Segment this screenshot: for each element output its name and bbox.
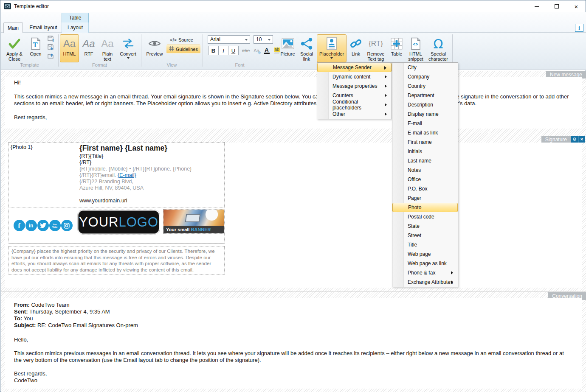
signature-table[interactable]: {Photo 1} {First name} {Last name} {RT}{…: [8, 142, 225, 244]
open-document-icon: T: [30, 36, 41, 51]
submenu-item-pager[interactable]: Pager: [392, 193, 458, 203]
submenu-item-title[interactable]: Title: [392, 240, 458, 249]
linkedin-icon[interactable]: in: [25, 220, 37, 231]
tab-main[interactable]: Main: [3, 22, 23, 33]
submenu-item-email[interactable]: E-mail: [392, 119, 458, 128]
submenu-item-phone-fax[interactable]: Phone & fax: [392, 268, 458, 277]
html-snippet-button[interactable]: <> HTML snippet: [406, 34, 426, 62]
submenu-arrow-icon: [385, 94, 389, 97]
code-icon: </>: [170, 37, 177, 42]
menu-item-conditional-placeholders[interactable]: Conditional placeholders: [317, 100, 392, 109]
submenu-item-office[interactable]: Office: [392, 175, 458, 184]
submenu-item-postal-code[interactable]: Postal code: [392, 212, 458, 221]
subject-line: Subject: RE: CodeTwo Email Signatures On…: [14, 322, 573, 329]
remove-text-tag-button[interactable]: {RT} Remove Text tag: [364, 34, 387, 62]
social-link-button[interactable]: Social link: [298, 34, 316, 62]
preview-button[interactable]: Preview: [144, 34, 166, 62]
placeholder-button[interactable]: Placeholder: [317, 34, 347, 62]
submenu-item-company[interactable]: Company: [392, 72, 458, 81]
greeting-text: Hello,: [14, 336, 573, 343]
signature-settings-button[interactable]: ⚙: [571, 136, 578, 143]
format-plain-text-button[interactable]: Aa Plain text: [98, 34, 117, 62]
youtube-icon[interactable]: YouTube: [49, 220, 61, 231]
group-label-view: View: [141, 62, 203, 68]
strikethrough-button[interactable]: abe: [240, 46, 251, 55]
menu-item-other[interactable]: Other: [317, 109, 392, 119]
new-message-section: New message Hi! This section mimics a ne…: [1, 71, 586, 133]
submenu-item-first-name[interactable]: First name: [392, 137, 458, 147]
menu-item-message-properties[interactable]: Message properties: [317, 81, 392, 91]
format-rtf-button[interactable]: Aa RTF: [81, 34, 97, 62]
conversation-editor[interactable]: From: CodeTwo Team Sent: Thursday, Septe…: [5, 298, 582, 389]
menu-item-message-sender[interactable]: Message Sender: [317, 63, 392, 72]
new-message-editor[interactable]: Hi! This section mimics a new message in…: [5, 77, 582, 129]
small-banner-image[interactable]: Your small BANNER: [163, 210, 224, 233]
submenu-item-state[interactable]: State: [392, 221, 458, 231]
link-button[interactable]: Link: [348, 34, 363, 62]
apply-close-button[interactable]: Apply & Close: [3, 34, 25, 62]
ribbon: Template Format View Font Apply & Close …: [1, 33, 586, 70]
save-template-icon: T: [47, 35, 54, 42]
eye-icon: [148, 36, 161, 51]
submenu-item-email-as-link[interactable]: E-mail as link: [392, 128, 458, 137]
submenu-item-description[interactable]: Description: [392, 100, 458, 109]
underline-button[interactable]: U: [228, 46, 239, 55]
import-button[interactable]: [46, 51, 55, 60]
group-separator: [452, 34, 453, 67]
maximize-button[interactable]: [547, 0, 566, 12]
save-button[interactable]: [46, 43, 55, 51]
signature-close-button[interactable]: ×: [578, 136, 585, 143]
template-small-buttons: T: [46, 34, 57, 60]
aa-plain-icon: Aa: [101, 36, 113, 51]
format-html-button[interactable]: Aa HTML: [60, 34, 79, 62]
submenu-item-web-page-as-link[interactable]: Web page as link: [392, 259, 458, 268]
clear-formatting-button[interactable]: Aa: [251, 46, 262, 55]
body-text: This section mimics a new message in an …: [14, 93, 573, 107]
submenu-item-display-name[interactable]: Display name: [392, 109, 458, 119]
font-size-select[interactable]: 10: [254, 35, 273, 44]
open-button[interactable]: T Open: [27, 34, 44, 62]
disclaimer-text: {Company} places the highest priority on…: [8, 246, 225, 275]
guidelines-button[interactable]: Guidelines: [166, 45, 200, 53]
submenu-item-last-name[interactable]: Last name: [392, 156, 458, 165]
submenu-item-po-box[interactable]: P.O. Box: [392, 184, 458, 193]
email-link[interactable]: {E-mail}: [118, 172, 136, 178]
picture-button[interactable]: Picture: [278, 34, 297, 62]
twitter-icon[interactable]: [37, 220, 49, 231]
save-as-template-button[interactable]: T: [46, 34, 55, 43]
share-icon: [300, 36, 313, 51]
eraser-icon: [258, 51, 261, 54]
company-logo-image[interactable]: YOURLOGO: [78, 210, 159, 234]
chevron-down-icon: [268, 39, 270, 42]
table-button[interactable]: Table: [388, 34, 405, 62]
minimize-button[interactable]: [527, 0, 547, 12]
submenu-item-exchange-attributes[interactable]: Exchange Attributes: [392, 277, 458, 287]
menu-item-dynamic-content[interactable]: Dynamic content: [317, 72, 392, 81]
italic-button[interactable]: I: [218, 46, 228, 55]
tab-email-layout[interactable]: Email layout: [25, 22, 62, 33]
special-character-button[interactable]: Ω Special character: [426, 34, 450, 62]
submenu-item-department[interactable]: Department: [392, 91, 458, 100]
convert-button[interactable]: Convert: [118, 34, 138, 62]
instagram-icon[interactable]: [61, 220, 73, 231]
placeholder-person-icon: [325, 36, 338, 51]
facebook-icon[interactable]: f: [14, 220, 25, 231]
title-bar: Template editor ×: [0, 0, 586, 12]
info-button[interactable]: i: [575, 24, 583, 32]
tab-layout[interactable]: Layout: [62, 22, 89, 33]
submenu-item-notes[interactable]: Notes: [392, 165, 458, 175]
source-button[interactable]: </> Source: [167, 35, 196, 44]
folder-import-icon: [47, 52, 54, 59]
close-button[interactable]: ×: [566, 0, 586, 12]
submenu-item-country[interactable]: Country: [392, 81, 458, 91]
submenu-item-street[interactable]: Street: [392, 231, 458, 240]
bold-button[interactable]: B: [208, 46, 219, 55]
font-color-button[interactable]: A: [262, 46, 272, 55]
submenu-item-city[interactable]: City: [392, 63, 458, 72]
submenu-item-photo[interactable]: Photo: [392, 203, 458, 212]
font-name-select[interactable]: Arial: [208, 35, 250, 44]
contextual-tab-group-table[interactable]: Table: [62, 13, 89, 22]
submenu-item-initials[interactable]: Initials: [392, 147, 458, 156]
submenu-item-web-page[interactable]: Web page: [392, 249, 458, 259]
submenu-arrow-icon: [385, 75, 389, 78]
